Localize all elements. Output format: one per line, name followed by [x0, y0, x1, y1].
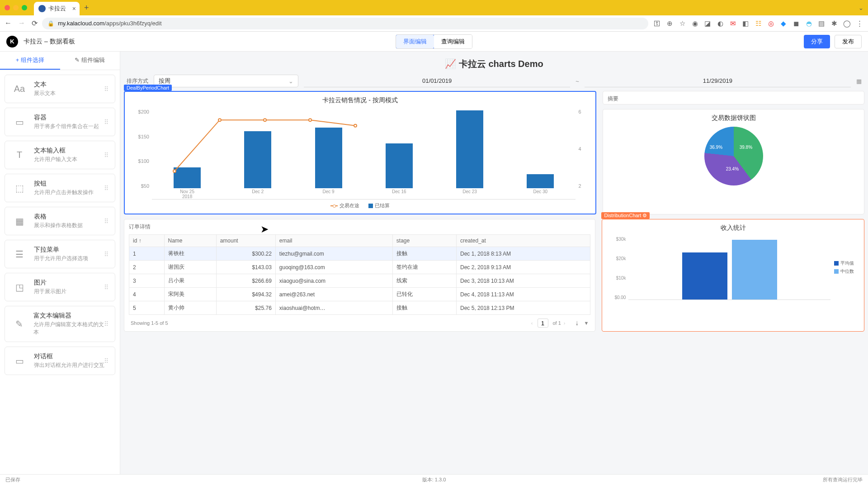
widget-item[interactable]: ◳ 图片 用于展示图片 ⠿: [5, 273, 115, 301]
url-input[interactable]: 🔒 my.kalacloud.com/apps/pku3h6fzyq/edit: [42, 18, 648, 29]
calendar-icon[interactable]: ▦: [856, 78, 862, 85]
download-icon[interactable]: ⭳: [575, 320, 580, 326]
close-window-icon[interactable]: [5, 5, 10, 10]
extensions-icon[interactable]: ✱: [830, 19, 838, 28]
filter-bar: 排序方式 按周 01/01/2019 ~ 11/29/2019 ▦: [124, 75, 864, 87]
saved-status: 已保存: [5, 476, 20, 483]
ext7-icon[interactable]: ◎: [767, 19, 775, 28]
install-icon[interactable]: ⊕: [665, 19, 674, 28]
maximize-window-icon[interactable]: [22, 5, 27, 10]
widget-desc: 用于允许用户选择选项: [34, 255, 88, 262]
ext3-icon[interactable]: ◐: [716, 19, 724, 28]
tab-editor[interactable]: ✎ 组件编辑: [60, 52, 120, 70]
bar: [244, 131, 271, 188]
window-controls: [5, 5, 27, 10]
sort-select[interactable]: 按周: [154, 75, 298, 87]
version-text: 版本: 1.3.0: [422, 476, 446, 483]
ext11-icon[interactable]: ▤: [817, 19, 826, 28]
publish-button[interactable]: 发布: [835, 35, 862, 48]
widget-icon: ▭: [11, 353, 28, 369]
widget-title: 图片: [34, 279, 66, 287]
widget-item[interactable]: ☰ 下拉菜单 用于允许用户选择选项 ⠿: [5, 240, 115, 268]
ext5-icon[interactable]: ◧: [741, 19, 750, 28]
prev-page-icon[interactable]: ‹: [531, 320, 533, 326]
mode-query-button[interactable]: 查询编辑: [434, 35, 472, 48]
key-icon[interactable]: ⚿: [653, 19, 661, 27]
table-header-cell[interactable]: stage: [392, 235, 456, 247]
income-chart-panel[interactable]: DistributionChart ⚙ 收入统计 $30k$20k$10k$0.…: [602, 219, 864, 332]
app-logo-icon[interactable]: K: [6, 36, 18, 48]
bookmark-icon[interactable]: ☆: [678, 19, 686, 28]
drag-handle-icon[interactable]: ⠿: [104, 119, 109, 126]
table-panel[interactable]: 订单详情 id ↑Nameamountemailstagecreated_at …: [124, 219, 595, 332]
widget-desc: 允许用户输入文本: [34, 156, 77, 163]
pie-chart-panel[interactable]: 交易数据饼状图 39.8%36.9%23.4%: [603, 109, 864, 214]
back-icon[interactable]: ←: [5, 19, 12, 28]
tabs-overflow-icon[interactable]: ⌄: [859, 5, 863, 11]
table-header-cell[interactable]: id ↑: [129, 235, 165, 247]
ext2-icon[interactable]: ◪: [703, 19, 712, 28]
drag-handle-icon[interactable]: ⠿: [104, 320, 109, 328]
drag-handle-icon[interactable]: ⠿: [104, 185, 109, 192]
next-page-icon[interactable]: ›: [564, 320, 566, 326]
minimize-window-icon[interactable]: [13, 5, 19, 10]
profile-icon[interactable]: ◯: [843, 19, 851, 28]
tab-components[interactable]: + 组件选择: [0, 52, 60, 70]
widget-desc: 展示文本: [34, 90, 56, 97]
ext1-icon[interactable]: ◉: [691, 19, 699, 28]
drag-handle-icon[interactable]: ⠿: [104, 284, 109, 291]
table-row[interactable]: 3吕小果$266.69xiaoguo@sina.com线索Dec 3, 2018…: [129, 274, 590, 288]
menu-icon[interactable]: ⋮: [855, 19, 863, 28]
widget-desc: 展示和操作表格数据: [34, 222, 83, 229]
table-row[interactable]: 4宋阿美$494.32amei@263.net已转化Dec 4, 2018 11…: [129, 288, 590, 301]
ext6-icon[interactable]: ☷: [754, 19, 762, 28]
widget-item[interactable]: ✎ 富文本编辑器 允许用户编辑富文本格式的文本 ⠿: [5, 306, 115, 342]
ext8-icon[interactable]: ◆: [779, 19, 788, 28]
summary-panel[interactable]: 摘要: [603, 91, 864, 105]
widget-item[interactable]: ⬚ 按钮 允许用户点击并触发操作 ⠿: [5, 174, 115, 202]
mode-switch: 界面编辑 查询编辑: [396, 34, 472, 49]
table-header-cell[interactable]: amount: [216, 235, 275, 247]
deal-chart-title: 卡拉云销售情况 - 按周模式: [134, 96, 586, 105]
ext10-icon[interactable]: ◓: [805, 19, 813, 28]
reload-icon[interactable]: ⟳: [32, 19, 38, 28]
drag-handle-icon[interactable]: ⠿: [104, 251, 109, 258]
ext9-icon[interactable]: ◼: [792, 19, 800, 28]
drag-handle-icon[interactable]: ⠿: [104, 152, 109, 159]
close-tab-icon[interactable]: ×: [72, 5, 76, 12]
table-header-cell[interactable]: created_at: [457, 235, 590, 247]
widget-item[interactable]: ▦ 表格 展示和操作表格数据 ⠿: [5, 207, 115, 235]
new-tab-icon[interactable]: +: [84, 3, 89, 13]
summary-label: 摘要: [603, 91, 864, 106]
date-from-input[interactable]: 01/01/2019: [304, 75, 570, 87]
widget-item[interactable]: ▭ 容器 用于将多个组件集合在一起 ⠿: [5, 108, 115, 136]
widget-title: 表格: [34, 213, 83, 221]
browser-tab[interactable]: 卡拉云 ×: [34, 2, 80, 15]
table-header-cell[interactable]: email: [275, 235, 392, 247]
query-status: 所有查询运行完毕: [823, 476, 863, 483]
page-input[interactable]: [538, 319, 548, 328]
ext4-icon[interactable]: ✉: [729, 19, 737, 28]
table-row[interactable]: 5黄小帅$25.76xiaoshuai@hotm…接触Dec 5, 2018 1…: [129, 301, 590, 315]
orders-table: id ↑Nameamountemailstagecreated_at 1蒋铁柱$…: [129, 234, 590, 315]
drag-handle-icon[interactable]: ⠿: [104, 357, 109, 365]
table-row[interactable]: 1蒋铁柱$300.22tiezhu@gmail.com接触Dec 1, 2018…: [129, 247, 590, 261]
widget-item[interactable]: T 文本输入框 允许用户输入文本 ⠿: [5, 141, 115, 169]
canvas[interactable]: 📈 卡拉云 charts Demo 排序方式 按周 01/01/2019 ~ 1…: [120, 52, 868, 474]
dist-chart-tag: DistributionChart ⚙: [601, 212, 650, 219]
forward-icon[interactable]: →: [18, 19, 25, 28]
date-to-input[interactable]: 11/29/2019: [585, 75, 851, 87]
browser-tab-bar: 卡拉云 × + ⌄: [0, 0, 868, 15]
bar: [386, 143, 413, 188]
widget-item[interactable]: Aa 文本 展示文本 ⠿: [5, 75, 115, 103]
mode-ui-button[interactable]: 界面编辑: [396, 34, 434, 49]
table-row[interactable]: 2谢国庆$143.03guoqing@163.com签约在途Dec 2, 201…: [129, 261, 590, 274]
widget-item[interactable]: ▭ 对话框 弹出对话框允许用户进行交互 ⠿: [5, 347, 115, 375]
drag-handle-icon[interactable]: ⠿: [104, 86, 109, 93]
drag-handle-icon[interactable]: ⠿: [104, 218, 109, 225]
share-button[interactable]: 分享: [804, 35, 830, 48]
table-header-cell[interactable]: Name: [164, 235, 216, 247]
date-separator: ~: [576, 78, 579, 85]
filter-icon[interactable]: ▼: [584, 320, 589, 326]
deal-chart-panel[interactable]: DealByPeriodChart 卡拉云销售情况 - 按周模式 $200$15…: [124, 91, 596, 214]
